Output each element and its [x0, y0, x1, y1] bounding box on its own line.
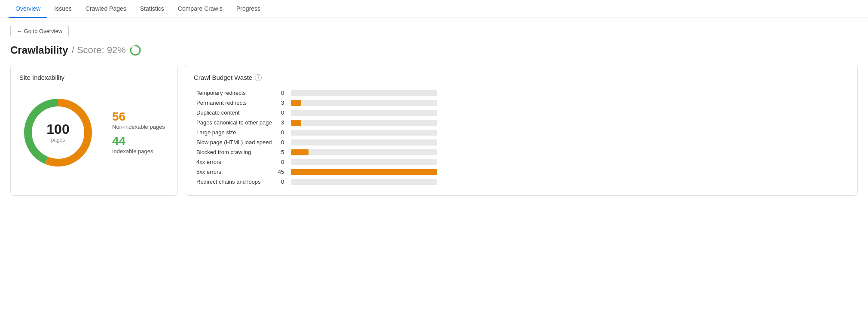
score-label: / Score: 92%	[72, 45, 126, 56]
cbw-row-bar	[288, 98, 849, 108]
cbw-row-count: 3	[275, 118, 288, 127]
cbw-row: Pages canonical to other page3	[194, 118, 849, 127]
info-icon[interactable]: i	[255, 74, 262, 81]
bar-track	[291, 100, 437, 106]
cbw-row-bar	[288, 147, 849, 157]
non-indexable-count: 56	[112, 111, 165, 123]
tab-compare-crawls[interactable]: Compare Crawls	[171, 0, 229, 18]
crawl-budget-waste-card: Crawl Budget Waste i Temporary redirects…	[185, 65, 858, 196]
bar-fill	[291, 120, 301, 126]
cbw-row-bar	[288, 118, 849, 127]
tabs-bar: Overview Issues Crawled Pages Statistics…	[0, 0, 868, 18]
non-indexable-item: 56 Non-indexable pages	[112, 111, 165, 130]
cbw-row-label: 5xx errors	[194, 167, 275, 177]
cbw-row-count: 0	[275, 177, 288, 187]
cbw-row: Permanent redirects3	[194, 98, 849, 108]
cbw-row-bar	[288, 88, 849, 98]
cbw-row: Large page size0	[194, 127, 849, 137]
cbw-row: Temporary redirects0	[194, 88, 849, 98]
bar-track	[291, 149, 437, 155]
cbw-row-label: Temporary redirects	[194, 88, 275, 98]
main-content: ← Go to Overview Crawlability / Score: 9…	[0, 18, 868, 206]
indexable-item: 44 Indexable pages	[112, 135, 165, 154]
donut-section: 100 pages 56 Non-indexable pages 44 Inde…	[19, 90, 169, 176]
non-indexable-label: Non-indexable pages	[112, 124, 165, 130]
cbw-row-count: 0	[275, 108, 288, 118]
cbw-row-label: 4xx errors	[194, 157, 275, 167]
bar-track	[291, 110, 437, 116]
cbw-row-label: Large page size	[194, 127, 275, 137]
bar-track	[291, 120, 437, 126]
cbw-row-count: 0	[275, 88, 288, 98]
tab-issues[interactable]: Issues	[47, 0, 78, 18]
pages-label: pages	[46, 137, 69, 143]
cbw-title-row: Crawl Budget Waste i	[194, 74, 849, 81]
bar-track	[291, 90, 437, 96]
cbw-row-bar	[288, 127, 849, 137]
cbw-row-count: 0	[275, 127, 288, 137]
cbw-row-label: Pages canonical to other page	[194, 118, 275, 127]
cbw-row-count: 5	[275, 147, 288, 157]
indexable-label: Indexable pages	[112, 148, 165, 154]
cbw-row: 5xx errors45	[194, 167, 849, 177]
bar-track	[291, 159, 437, 165]
bar-fill	[291, 149, 309, 155]
page-title-text: Crawlability	[10, 44, 68, 56]
page-title-row: Crawlability / Score: 92%	[10, 44, 858, 56]
score-circle-icon	[129, 44, 141, 56]
cbw-title: Crawl Budget Waste	[194, 74, 252, 81]
bar-fill	[291, 100, 301, 106]
cbw-row: Duplicate content0	[194, 108, 849, 118]
site-indexability-card: Site Indexability 100 pages	[10, 65, 178, 196]
cbw-row-count: 0	[275, 137, 288, 147]
site-indexability-title: Site Indexability	[19, 74, 169, 81]
cbw-row-bar	[288, 157, 849, 167]
tab-statistics[interactable]: Statistics	[133, 0, 171, 18]
tab-crawled-pages[interactable]: Crawled Pages	[79, 0, 133, 18]
cards-row: Site Indexability 100 pages	[10, 65, 858, 196]
bar-track	[291, 169, 437, 175]
cbw-row: Redirect chains and loops0	[194, 177, 849, 187]
legend-section: 56 Non-indexable pages 44 Indexable page…	[112, 111, 165, 154]
cbw-table: Temporary redirects0Permanent redirects3…	[194, 88, 849, 187]
cbw-row-bar	[288, 108, 849, 118]
cbw-row: Slow page (HTML) load speed0	[194, 137, 849, 147]
back-button[interactable]: ← Go to Overview	[10, 25, 69, 37]
cbw-row: 4xx errors0	[194, 157, 849, 167]
cbw-row-label: Duplicate content	[194, 108, 275, 118]
cbw-row-count: 0	[275, 157, 288, 167]
cbw-row-bar	[288, 167, 849, 177]
cbw-row-label: Slow page (HTML) load speed	[194, 137, 275, 147]
donut-chart: 100 pages	[19, 94, 97, 171]
cbw-row-label: Redirect chains and loops	[194, 177, 275, 187]
cbw-row-label: Permanent redirects	[194, 98, 275, 108]
indexable-count: 44	[112, 135, 165, 147]
tab-progress[interactable]: Progress	[229, 0, 267, 18]
bar-track	[291, 130, 437, 136]
total-pages-number: 100	[46, 122, 69, 136]
cbw-row-label: Blocked from crawling	[194, 147, 275, 157]
donut-center: 100 pages	[46, 122, 69, 143]
tab-overview[interactable]: Overview	[9, 0, 47, 18]
cbw-row-count: 3	[275, 98, 288, 108]
bar-track	[291, 179, 437, 185]
cbw-row-bar	[288, 177, 849, 187]
bar-fill	[291, 169, 437, 175]
cbw-row-bar	[288, 137, 849, 147]
bar-track	[291, 139, 437, 145]
cbw-row: Blocked from crawling5	[194, 147, 849, 157]
cbw-row-count: 45	[275, 167, 288, 177]
